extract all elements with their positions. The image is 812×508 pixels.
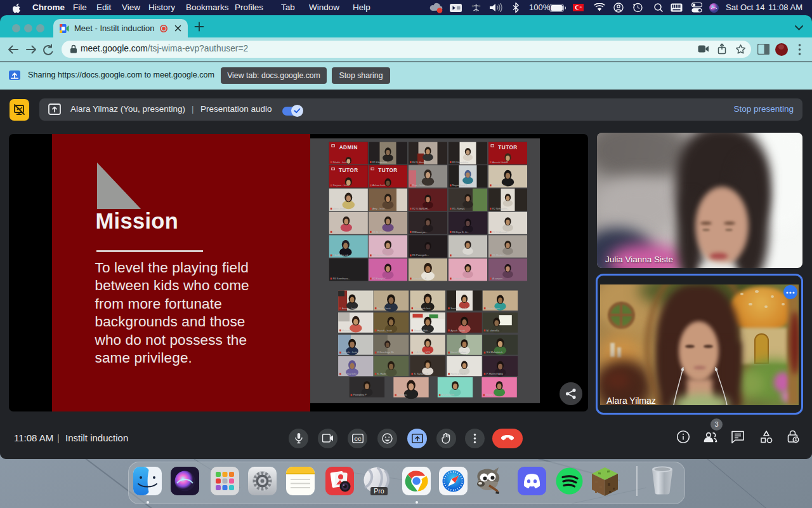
svg-text:CC: CC: [354, 436, 361, 441]
svg-text:Pro: Pro: [374, 487, 384, 495]
